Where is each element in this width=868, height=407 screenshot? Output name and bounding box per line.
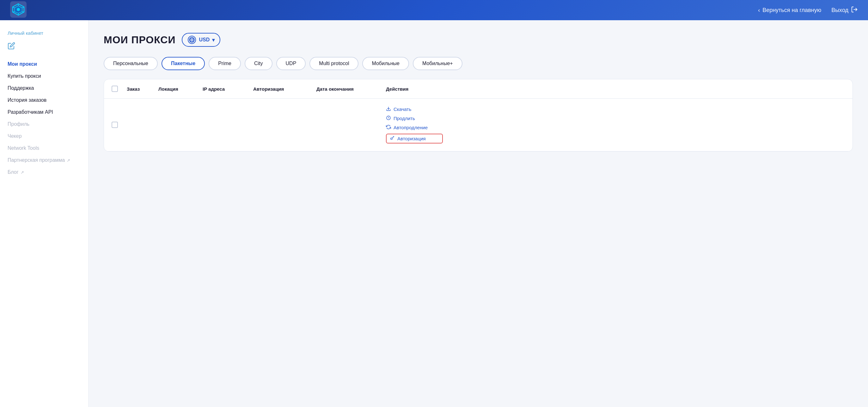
header: ‹ Вернуться на главную Выход [0, 0, 868, 20]
sidebar-item-partner[interactable]: Партнерская программа ↗ [8, 155, 81, 165]
sidebar-item-api-dev[interactable]: Разработчикам API [8, 107, 81, 118]
sidebar-item-label: Партнерская программа [8, 157, 65, 163]
sidebar-item-blog[interactable]: Блог ↗ [8, 167, 81, 178]
tab-multi-protocol[interactable]: Multi protocol [309, 57, 359, 70]
authorization-label: Авторизация [397, 136, 426, 141]
key-icon [390, 135, 395, 142]
layout: Личный кабинет Мои прокси Купить прокси … [0, 20, 868, 407]
tab-personal[interactable]: Персональные [104, 57, 158, 70]
external-link-icon: ↗ [21, 170, 24, 175]
download-action[interactable]: Скачать [386, 106, 443, 112]
select-all-checkbox[interactable] [112, 86, 118, 92]
sidebar-item-my-proxy[interactable]: Мои прокси [8, 59, 81, 69]
table-header: Заказ Локация IP адреса Авторизация Дата… [104, 79, 852, 99]
currency-selector[interactable]: USD ▾ [182, 33, 220, 47]
auto-renew-action[interactable]: Автопродление [386, 125, 443, 130]
renew-icon [386, 115, 391, 121]
svg-line-23 [393, 137, 393, 137]
header-right: ‹ Вернуться на главную Выход [758, 6, 858, 14]
sidebar-item-label: Network Tools [8, 145, 39, 151]
sidebar-nav: Мои прокси Купить прокси Поддержка Истор… [8, 59, 81, 178]
sidebar-item-label: Поддержка [8, 85, 34, 91]
renew-action[interactable]: Продлить [386, 115, 443, 121]
sidebar-section-label: Личный кабинет [8, 30, 81, 36]
col-expiry-date: Дата окончания [316, 86, 386, 92]
sidebar-item-order-history[interactable]: История заказов [8, 95, 81, 105]
tabs-row: Персональные Пакетные Prime City UDP Mul… [104, 57, 853, 70]
logo [10, 1, 27, 19]
sidebar-item-label: Профиль [8, 121, 29, 127]
sidebar-item-profile[interactable]: Профиль [8, 119, 81, 130]
svg-line-22 [394, 136, 394, 137]
row-checkbox[interactable] [112, 122, 118, 128]
external-link-icon: ↗ [67, 158, 70, 163]
proxy-table: Заказ Локация IP адреса Авторизация Дата… [104, 79, 853, 152]
svg-point-3 [17, 8, 20, 11]
tab-mobile-plus[interactable]: Мобильные+ [413, 57, 462, 70]
authorization-action[interactable]: Авторизация [386, 134, 443, 144]
row-checkbox-cell [112, 122, 127, 128]
svg-line-6 [22, 12, 24, 12]
sidebar-item-label: История заказов [8, 97, 46, 103]
sidebar-item-network-tools[interactable]: Network Tools [8, 143, 81, 154]
main-content: МОИ ПРОКСИ USD ▾ Персональные Пакетные P… [89, 20, 868, 407]
svg-point-20 [391, 138, 392, 139]
tab-package[interactable]: Пакетные [161, 57, 205, 70]
download-icon [386, 106, 391, 112]
back-to-main-button[interactable]: ‹ Вернуться на главную [758, 7, 821, 13]
col-actions: Действия [386, 86, 443, 92]
currency-chevron-icon: ▾ [212, 37, 215, 43]
logout-label: Выход [831, 7, 848, 13]
tab-city[interactable]: City [245, 57, 273, 70]
page-title-row: МОИ ПРОКСИ USD ▾ [104, 33, 853, 47]
auto-renew-label: Автопродление [394, 125, 428, 130]
logout-icon [851, 6, 858, 14]
sidebar-item-support[interactable]: Поддержка [8, 83, 81, 94]
auto-renew-icon [386, 125, 391, 130]
sidebar-item-checker[interactable]: Чекер [8, 131, 81, 142]
chevron-left-icon: ‹ [758, 7, 760, 13]
col-checkbox [112, 86, 127, 92]
row-actions-cell: Скачать Продлить [386, 106, 443, 144]
col-ip-addresses: IP адреса [203, 86, 253, 92]
back-label: Вернуться на главную [763, 7, 821, 13]
svg-line-19 [389, 118, 389, 118]
sidebar-item-buy-proxy[interactable]: Купить прокси [8, 71, 81, 82]
sidebar: Личный кабинет Мои прокси Купить прокси … [0, 20, 89, 407]
tab-udp[interactable]: UDP [276, 57, 306, 70]
page-title: МОИ ПРОКСИ [104, 34, 176, 46]
tab-prime[interactable]: Prime [209, 57, 241, 70]
sidebar-item-label: Купить прокси [8, 73, 41, 79]
edit-icon[interactable] [8, 42, 81, 51]
sidebar-item-label: Чекер [8, 133, 22, 139]
table-row: Скачать Продлить [104, 99, 852, 151]
renew-label: Продлить [394, 116, 415, 121]
download-label: Скачать [394, 106, 411, 112]
sidebar-item-label: Мои прокси [8, 61, 37, 67]
tab-mobile[interactable]: Мобильные [362, 57, 409, 70]
logout-button[interactable]: Выход [831, 6, 858, 14]
col-location: Локация [158, 86, 203, 92]
sidebar-item-label: Разработчикам API [8, 109, 53, 115]
col-authorization: Авторизация [253, 86, 316, 92]
col-order: Заказ [127, 86, 158, 92]
sidebar-item-label: Блог [8, 169, 19, 175]
currency-label: USD [199, 37, 210, 43]
svg-line-8 [13, 12, 14, 12]
